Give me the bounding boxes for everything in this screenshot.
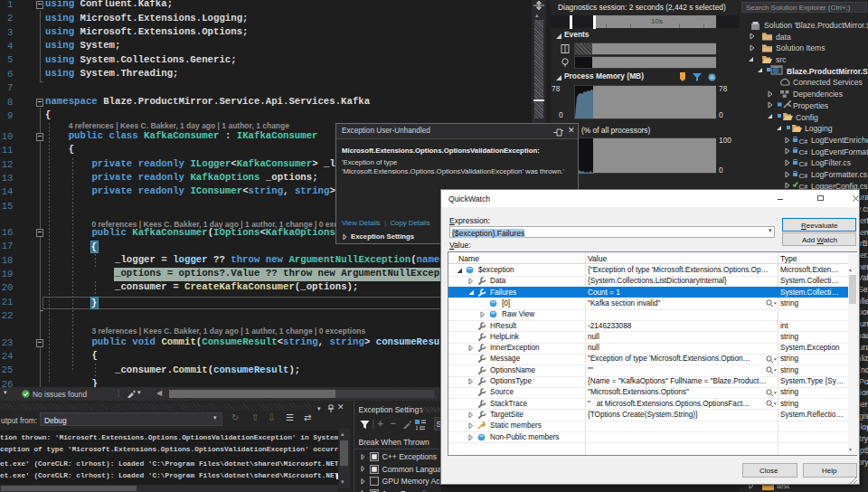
svg-text:C#: C#	[799, 171, 808, 179]
svg-text:C#: C#	[799, 159, 808, 167]
svg-text:C#: C#	[799, 148, 808, 156]
svg-text:C#: C#	[799, 137, 808, 145]
